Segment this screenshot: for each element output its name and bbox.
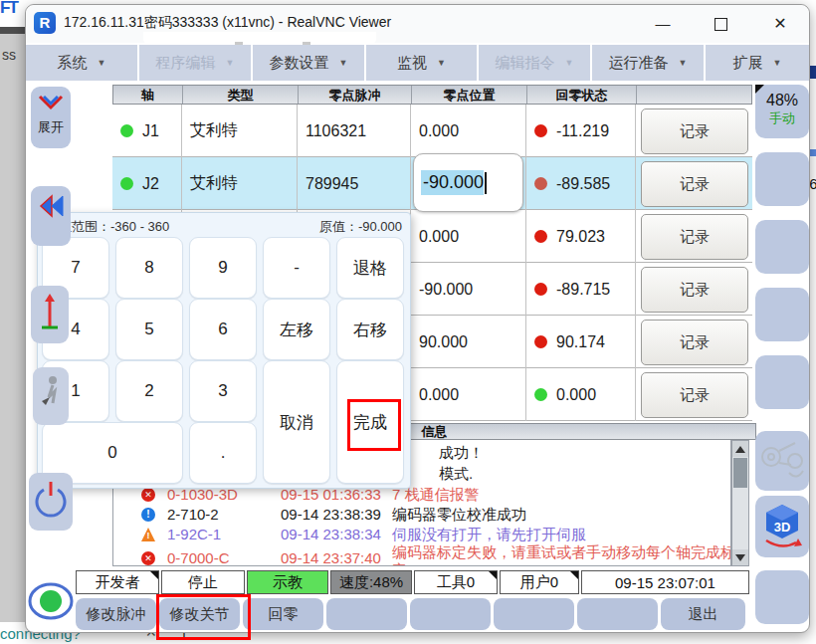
info-scrollbar[interactable] [731,440,749,566]
menu-param-settings[interactable]: 参数设置▼ [253,45,364,81]
expand-button[interactable]: 展开 [31,87,71,148]
menu-system[interactable]: 系统▼ [26,45,137,81]
position-value[interactable]: 0.000 [419,386,459,404]
record-button[interactable]: 记录 [641,267,748,313]
maximize-button[interactable] [701,11,740,37]
side-blank-button[interactable] [755,355,809,409]
bottom-button-bar: 修改脉冲 修改关节 回零 退出 [76,598,752,634]
record-button[interactable]: 记录 [641,320,748,365]
key-backspace[interactable]: 退格 [336,237,404,299]
speed-cell[interactable]: 速度:48% [330,570,412,594]
exit-button[interactable]: 退出 [661,598,745,630]
home-status-dot [534,335,547,348]
key-8[interactable]: 8 [115,237,183,299]
key-6[interactable]: 6 [189,299,257,360]
jog-device-button[interactable] [755,431,809,491]
position-value[interactable]: 0.000 [419,228,459,246]
teach-mode-cell[interactable]: 示教 [247,570,328,594]
record-button[interactable]: 记录 [641,108,748,154]
servo-enable-button[interactable] [27,574,75,628]
axis-status-dot [120,124,133,137]
log-message: 编码器标定失败，请重试或者手动移动每个轴完成标定 [392,543,731,566]
side-blank-button[interactable] [755,288,809,341]
table-header: 轴 类型 零点脉冲 零点位置 回零状态 [112,85,752,105]
scroll-down-button[interactable] [732,549,748,565]
blank-button[interactable] [326,598,407,630]
original-value-label: 原值：-90.000 [319,218,402,236]
step-mode-button[interactable] [33,367,69,425]
vertical-arrow-icon [39,294,61,333]
menu-monitor[interactable]: 监视▼ [366,45,477,81]
log-time: 09-14 23:38:34 [281,526,381,542]
key-minus[interactable]: - [263,237,330,299]
home-status-dot [534,388,547,401]
blank-button[interactable] [577,598,658,630]
col-zero-position: 零点位置 [412,86,527,104]
menubar: 系统▼ 程序编辑▼ 参数设置▼ 监视▼ 编辑指令▼ 运行准备▼ 扩展▼ [26,45,809,81]
collapse-button[interactable] [31,186,71,246]
side-blank-button[interactable] [755,570,809,624]
table-row-j1[interactable]: J1 艾利特 1106321 0.000 -11.219 记录 [112,105,752,157]
speed-mode-button[interactable]: 48% 手动 [755,85,809,138]
log-entry[interactable]: 1-92C-1 09-14 23:38:34 伺服没有打开，请先打开伺服 [141,526,728,545]
position-value[interactable]: 0.000 [419,122,459,140]
record-button[interactable]: 记录 [641,214,748,260]
home-button[interactable]: 回零 [243,598,323,630]
background-strip [0,33,25,622]
key-3[interactable]: 3 [189,360,257,422]
log-entry[interactable]: 0-1030-3D 09-15 01:36:33 7 栈通信报警 [141,486,728,506]
tool-cell[interactable]: 工具0 [414,570,498,594]
view-3d-button[interactable]: 3D [755,496,809,557]
stop-cell[interactable]: 停止 [161,570,245,594]
side-blank-button[interactable] [755,220,809,274]
error-icon [141,488,155,502]
position-value[interactable]: -90.000 [419,281,473,299]
key-2[interactable]: 2 [115,360,183,422]
blank-button[interactable] [494,598,574,630]
vnc-toolbar-strip [143,32,376,45]
double-chevron-down-icon [36,93,66,118]
scroll-down-icon [735,554,745,561]
axis-label: J1 [142,122,159,140]
close-button[interactable]: ✕ [760,11,800,37]
key-9[interactable]: 9 [189,237,257,299]
scroll-thumb[interactable] [733,458,747,488]
log-fragment: 成功！ [439,444,484,463]
blank-button[interactable] [410,598,491,630]
home-status-value: -89.585 [556,175,610,193]
scroll-up-icon [735,446,745,453]
power-button[interactable] [29,473,73,531]
log-entry[interactable]: 2-710-2 09-14 23:38:39 编码器零位校准成功 [141,506,728,526]
log-code: 2-710-2 [167,506,219,523]
key-move-left[interactable]: 左移 [263,299,330,360]
key-cancel[interactable]: 取消 [263,360,330,484]
home-status-dot [534,283,547,296]
warning-icon [141,528,155,541]
menu-extension[interactable]: 扩展▼ [706,45,809,81]
side-blank-button[interactable] [755,152,809,206]
key-5[interactable]: 5 [115,299,183,360]
log-entry[interactable]: 0-7000-C 09-14 23:37:40 编码器标定失败，请重试或者手动移… [141,549,728,566]
modify-pulse-button[interactable]: 修改脉冲 [76,598,156,630]
person-icon [40,375,62,409]
chevron-down-icon: ▼ [773,58,782,68]
annotation-box-modify-joint [156,594,251,640]
key-decimal[interactable]: . [189,422,257,484]
menu-run-prepare[interactable]: 运行准备▼ [592,45,704,81]
role-cell[interactable]: 开发者 [76,570,159,594]
record-button[interactable]: 记录 [641,161,748,207]
home-status-dot [534,230,547,243]
type-value: 艾利特 [190,120,238,141]
background-text-fragment: ss [2,47,16,63]
scroll-up-button[interactable] [732,441,748,457]
user-cell[interactable]: 用户0 [500,570,579,594]
axis-jog-button[interactable] [31,286,69,343]
log-fragment: 模式. [439,465,473,484]
record-button[interactable]: 记录 [641,372,748,418]
minimize-button[interactable]: — [643,11,683,37]
zero-position-input[interactable]: -90.000 [413,153,523,212]
position-value[interactable]: 90.000 [419,333,468,351]
log-code: 0-7000-C [167,549,230,566]
home-status-value: 0.000 [556,386,596,404]
key-move-right[interactable]: 右移 [336,299,404,360]
